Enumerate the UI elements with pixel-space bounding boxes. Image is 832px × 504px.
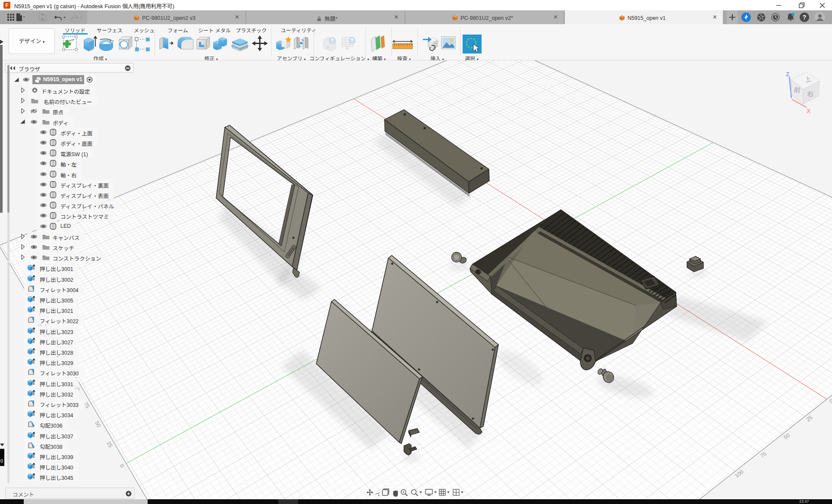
svg-text:前: 前 — [794, 86, 801, 94]
svg-text:?: ? — [803, 14, 807, 21]
svg-text:75: 75 — [759, 450, 768, 459]
svg-text:Z: Z — [786, 71, 790, 78]
svg-text:0: 0 — [828, 398, 832, 404]
svg-text:右: 右 — [807, 90, 814, 98]
svg-text:X: X — [807, 107, 811, 114]
